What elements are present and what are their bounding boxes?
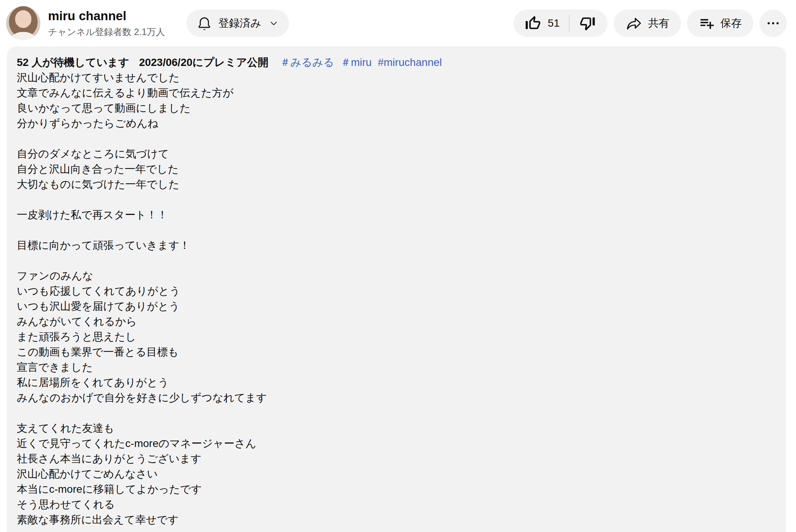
channel-name[interactable]: miru channel	[48, 8, 165, 24]
description-line: 分かりずらかったらごめんね	[17, 116, 776, 131]
waiting-count: 52 人が待機しています	[17, 56, 129, 68]
description-line: 宣言できました	[17, 360, 776, 375]
description-line: 本当にc-moreに移籍してよかったです	[17, 482, 776, 497]
playlist-add-icon	[698, 15, 715, 32]
hashtag-link[interactable]: #miruchannel	[378, 56, 442, 68]
description-line	[17, 405, 776, 421]
bell-icon	[196, 14, 213, 32]
premiere-info-line: 52 人が待機しています 2023/06/20にプレミア公開 ＃みるみる＃mir…	[17, 55, 776, 70]
description-line: 私に居場所をくれてありがとう	[17, 375, 776, 390]
description-line: 支えてくれた友達も	[17, 421, 776, 436]
description-line: 大切なものに気づけた一年でした	[17, 177, 776, 192]
description-line	[17, 253, 776, 268]
description-line: いつも応援してくれてありがとう	[17, 284, 776, 299]
channel-info-group: miru channel チャンネル登録者数 2.1万人 登録済み	[6, 6, 289, 40]
description-line: ファンのみんな	[17, 268, 776, 284]
save-label: 保存	[721, 16, 742, 30]
description-line: いつも沢山愛を届けてありがとう	[17, 299, 776, 314]
chevron-down-icon	[268, 18, 279, 29]
subscribed-label: 登録済み	[218, 16, 262, 30]
more-button[interactable]	[759, 10, 787, 37]
dislike-button[interactable]	[570, 10, 608, 37]
description-line: この動画も業界で一番とる目標も	[17, 345, 776, 360]
channel-header: miru channel チャンネル登録者数 2.1万人 登録済み	[0, 0, 796, 46]
hashtag-list: ＃みるみる＃miru#miruchannel	[280, 56, 448, 68]
description-line	[17, 131, 776, 146]
video-actions: 51 共有	[514, 10, 787, 37]
share-button[interactable]: 共有	[614, 10, 681, 37]
description-line	[17, 223, 776, 238]
description-line: 良いかなって思って動画にしました	[17, 101, 776, 116]
subscriber-count: チャンネル登録者数 2.1万人	[48, 26, 165, 38]
share-label: 共有	[648, 16, 669, 30]
thumbs-up-icon	[524, 14, 542, 32]
description-line: 文章でみんなに伝えるより動画で伝えた方が	[17, 85, 776, 101]
like-count: 51	[548, 17, 560, 29]
description-line	[17, 192, 776, 207]
description-line: また頑張ろうと思えたし	[17, 329, 776, 345]
description-line: みんながいてくれるから	[17, 314, 776, 329]
description-line: 近くで見守ってくれたc-moreのマネージャーさん	[17, 436, 776, 451]
subscribed-button[interactable]: 登録済み	[186, 10, 289, 37]
premiere-date: 2023/06/20にプレミア公開	[139, 56, 268, 68]
like-button[interactable]: 51	[514, 10, 569, 37]
hashtag-link[interactable]: ＃みるみる	[280, 56, 334, 68]
description-line: 社長さん本当にありがとうございます	[17, 451, 776, 466]
channel-text-block: miru channel チャンネル登録者数 2.1万人	[48, 8, 165, 38]
description-line: 目標に向かって頑張っていきます！	[17, 238, 776, 253]
description-line: 沢山心配かけてすいませんでした	[17, 70, 776, 85]
like-dislike-group: 51	[514, 10, 608, 37]
save-button[interactable]: 保存	[687, 10, 753, 37]
description-box[interactable]: 52 人が待機しています 2023/06/20にプレミア公開 ＃みるみる＃mir…	[7, 46, 786, 532]
more-dots-icon	[766, 16, 781, 31]
description-line: 沢山心配かけてごめんなさい	[17, 466, 776, 482]
description-line: 自分のダメなところに気づけて	[17, 146, 776, 162]
hashtag-link[interactable]: ＃miru	[340, 56, 371, 68]
description-line: みんなのおかげで自分を好きに少しずつなれてます	[17, 390, 776, 405]
description-line: 自分と沢山向き合った一年でした	[17, 162, 776, 177]
description-line: 素敵な事務所に出会えて幸せです	[17, 512, 776, 527]
channel-avatar[interactable]	[6, 6, 40, 40]
description-line: 一皮剥けた私で再スタート！！	[17, 207, 776, 223]
thumbs-down-icon	[579, 14, 596, 32]
description-line: そう思わせてくれる	[17, 497, 776, 512]
share-arrow-icon	[625, 14, 643, 32]
description-lines: 沢山心配かけてすいませんでした文章でみんなに伝えるより動画で伝えた方が良いかなっ…	[17, 70, 776, 527]
